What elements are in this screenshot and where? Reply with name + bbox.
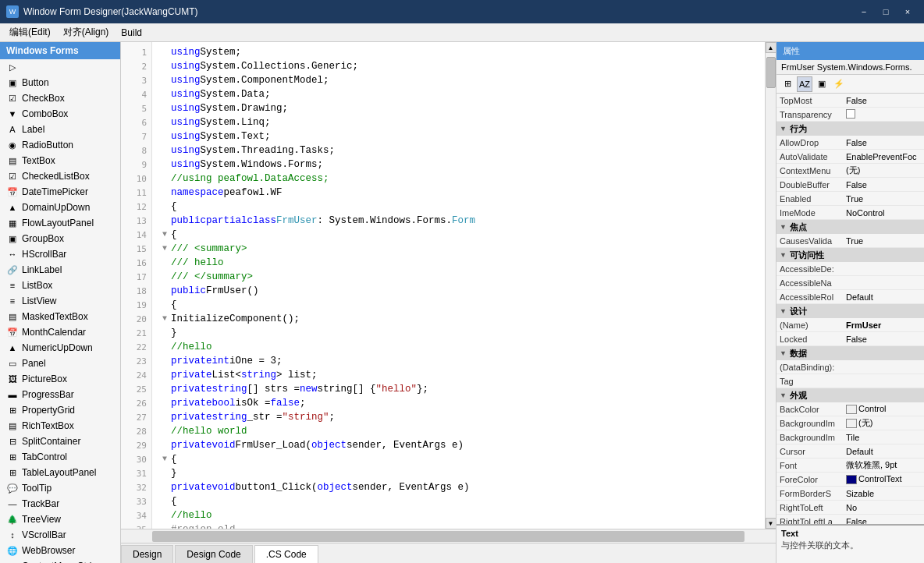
prop-row[interactable]: Font微软雅黑, 9pt [777, 459, 924, 473]
toolbox-item[interactable]: ↕VScrollBar [0, 527, 120, 543]
toolbox-item-icon: ▲ [6, 342, 19, 354]
maximize-btn[interactable]: □ [876, 4, 896, 19]
prop-row[interactable]: AutoValidateEnablePreventFoc [777, 150, 924, 164]
code-area[interactable]: using System;using System.Collections.Ge… [152, 42, 765, 529]
tab-cs-code[interactable]: .CS Code [254, 545, 318, 563]
toolbox: Windows Forms ▷▣Button☑CheckBox▼ComboBox… [0, 42, 121, 563]
scroll-thumb[interactable] [766, 57, 776, 88]
toolbox-item[interactable]: 🌐WebBrowser [0, 543, 120, 558]
toolbox-item[interactable]: ☑CheckBox [0, 90, 120, 106]
prop-checkbox[interactable] [846, 109, 855, 119]
toolbox-item[interactable]: ▦FlowLayoutPanel [0, 215, 120, 231]
toolbox-item[interactable]: ALabel [0, 122, 120, 137]
prop-row[interactable]: EnabledTrue [777, 192, 924, 206]
prop-row-transparency[interactable]: Transparency [777, 108, 924, 122]
toolbox-item[interactable]: 🌲TreeView [0, 512, 120, 527]
tab-design-code[interactable]: Design Code [175, 545, 252, 563]
toolbox-item[interactable]: 📅MonthCalendar [0, 324, 120, 340]
prop-row[interactable]: ContextMenu(无) [777, 164, 924, 178]
toolbox-item[interactable]: ▣Button [0, 75, 120, 90]
toolbox-item[interactable]: ↔HScrollBar [0, 246, 120, 262]
prop-row[interactable]: (DataBinding): [777, 360, 924, 374]
fold-marker[interactable]: ▼ [158, 452, 171, 466]
props-events-btn[interactable]: ⚡ [831, 76, 847, 92]
section-collapse-btn[interactable]: ▼ [780, 391, 787, 399]
editor-scrollbar-h[interactable] [121, 529, 776, 543]
close-btn[interactable]: × [897, 4, 918, 19]
fold-marker[interactable]: ▼ [158, 228, 171, 242]
prop-row-causesvalidation[interactable]: CausesValidaTrue [777, 234, 924, 248]
toolbox-item[interactable]: ☑CheckedListBox [0, 168, 120, 184]
minimize-btn[interactable]: − [854, 4, 874, 19]
editor-scrollbar-v[interactable]: ▲ ▼ [765, 42, 776, 529]
toolbox-item[interactable]: ▲DomainUpDown [0, 200, 120, 215]
toolbox-item[interactable]: 🔗LinkLabel [0, 262, 120, 278]
menu-build[interactable]: Build [115, 24, 148, 41]
scroll-track[interactable] [766, 53, 777, 518]
props-props-btn[interactable]: ▣ [814, 76, 830, 92]
code-token: private [171, 410, 212, 424]
prop-row[interactable]: AccessibleRolDefault [777, 290, 924, 304]
toolbox-item[interactable]: ▼ComboBox [0, 106, 120, 122]
toolbox-item[interactable]: ▤MaskedTextBox [0, 309, 120, 324]
toolbox-item[interactable]: ▲NumericUpDown [0, 340, 120, 356]
prop-row[interactable]: AccessibleDe: [777, 262, 924, 276]
prop-row[interactable]: ForeColorControlText [777, 473, 924, 487]
code-token: private [171, 438, 212, 452]
fold-marker[interactable]: ▼ [158, 312, 171, 326]
prop-row[interactable]: FormBorderSSizable [777, 487, 924, 501]
toolbox-item[interactable]: ▤RichTextBox [0, 418, 120, 434]
prop-row[interactable]: RightToLeftNo [777, 501, 924, 515]
prop-row[interactable]: AccessibleNa [777, 276, 924, 290]
prop-row[interactable]: AllowDropFalse [777, 136, 924, 150]
props-alpha-btn[interactable]: AZ [797, 76, 812, 92]
code-token: } [171, 466, 177, 480]
toolbox-item[interactable]: ▭Panel [0, 356, 120, 371]
toolbox-item[interactable]: 🖼PictureBox [0, 371, 120, 387]
h-scroll-thumb[interactable] [152, 531, 745, 542]
tab-design[interactable]: Design [121, 545, 173, 563]
toolbox-item[interactable]: ⊞PropertyGrid [0, 402, 120, 418]
prop-row[interactable]: CursorDefault [777, 444, 924, 459]
prop-row[interactable]: Tag [777, 374, 924, 388]
fold-marker[interactable]: ▼ [158, 242, 171, 256]
scroll-down-btn[interactable]: ▼ [766, 518, 777, 529]
title-bar: W Window Form Designer(JackWangCUMT) − □… [0, 0, 924, 23]
prop-row[interactable]: LockedFalse [777, 332, 924, 346]
code-line: ▼ /// <summary> [158, 242, 759, 256]
prop-row[interactable]: (Name)FrmUser [777, 318, 924, 332]
toolbox-item[interactable]: ◉RadioButton [0, 137, 120, 153]
toolbox-item[interactable]: ≡ContextMenuStrip [0, 558, 120, 563]
prop-row[interactable]: BackColorControl [777, 402, 924, 416]
menu-align[interactable]: 对齐(Align) [57, 24, 116, 41]
section-collapse-btn[interactable]: ▼ [780, 349, 787, 357]
toolbox-item[interactable]: ≡ListView [0, 293, 120, 309]
prop-row[interactable]: ImeModeNoControl [777, 206, 924, 220]
prop-row[interactable]: BackgroundImTile [777, 430, 924, 444]
code-token: System.Data; [201, 87, 271, 101]
toolbox-item[interactable]: ▤TextBox [0, 153, 120, 168]
toolbox-item[interactable]: ⊟SplitContainer [0, 434, 120, 449]
prop-row[interactable]: DoubleBufferFalse [777, 178, 924, 192]
menu-edit[interactable]: 编辑(Edit) [3, 24, 57, 41]
toolbox-item[interactable]: ▣GroupBox [0, 231, 120, 246]
section-collapse-btn[interactable]: ▼ [780, 251, 787, 259]
prop-row[interactable]: BackgroundIm(无) [777, 416, 924, 430]
section-collapse-btn[interactable]: ▼ [780, 125, 787, 133]
toolbox-item[interactable]: ≡ListBox [0, 278, 120, 293]
prop-row[interactable]: RightToLeftLaFalse [777, 515, 924, 524]
toolbox-item[interactable]: ⊞TableLayoutPanel [0, 465, 120, 480]
section-collapse-btn[interactable]: ▼ [780, 307, 787, 315]
toolbox-item[interactable]: 📅DateTimePicker [0, 184, 120, 200]
toolbox-item[interactable]: ⊞TabControl [0, 449, 120, 465]
toolbox-item[interactable]: ▬ProgressBar [0, 387, 120, 402]
props-categorized-btn[interactable]: ⊞ [780, 76, 795, 92]
code-line: private int iOne = 3; [158, 354, 759, 368]
scroll-up-btn[interactable]: ▲ [766, 42, 777, 53]
toolbox-item[interactable]: —TrackBar [0, 496, 120, 512]
toolbox-item[interactable]: 💬ToolTip [0, 480, 120, 496]
section-collapse-btn[interactable]: ▼ [780, 223, 787, 231]
prop-name: BackgroundIm [777, 419, 843, 428]
toolbox-item[interactable]: ▷ [0, 59, 120, 75]
prop-row-topmost[interactable]: TopMostFalse [777, 94, 924, 108]
